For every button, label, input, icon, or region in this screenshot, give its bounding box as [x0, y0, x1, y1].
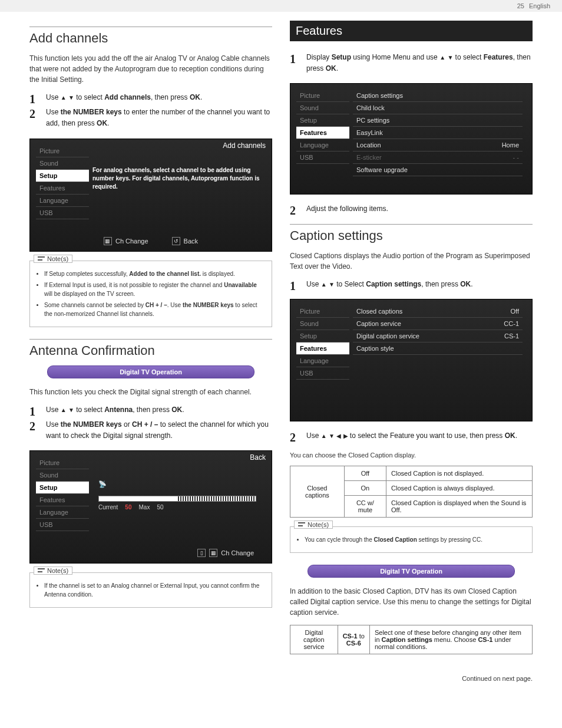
antenna-icon: 📡 — [98, 480, 111, 493]
note-item: You can cycle through the Closed Caption… — [305, 535, 525, 544]
osd-main-item: Caption settings — [353, 90, 523, 102]
osd-features: Picture Sound Setup Features Language US… — [290, 83, 533, 195]
note-icon — [38, 256, 45, 262]
arrow-up-icon — [321, 431, 327, 440]
osd-side-item: Picture — [296, 305, 349, 318]
arrow-right-icon — [343, 431, 348, 440]
digital-tv-operation-badge: Digital TV Operation — [308, 565, 515, 578]
caption-step-1: Use to Select Caption settings, then pre… — [290, 279, 533, 290]
right-column: Features Display Setup using Home Menu a… — [290, 21, 533, 663]
note-icon — [298, 522, 305, 528]
note-tab: Note(s) — [294, 521, 333, 529]
cc-desc: Closed Caption is displayed when the Sou… — [386, 496, 533, 518]
add-channels-intro: This function lets you add the off the a… — [29, 53, 272, 85]
cc-table-intro: You can choose the Closed Caption displa… — [290, 450, 533, 460]
osd-main-item: Digital caption serviceCS-1 — [353, 330, 523, 342]
osd-side-menu: Picture Sound Setup Features Language US… — [36, 457, 89, 531]
features-step-1: Display Setup using Home Menu and use to… — [290, 52, 533, 74]
add-channels-step-2: Use the NUMBER keys to enter the number … — [29, 107, 272, 129]
osd-side-item: Language — [36, 195, 89, 207]
digital-tv-operation-badge: Digital TV Operation — [47, 365, 254, 378]
osd-side-item: Sound — [296, 318, 349, 330]
osd-main-item: PC settings — [353, 114, 523, 127]
osd-side-menu: Picture Sound Setup Features Language US… — [296, 305, 349, 380]
note-item: Some channels cannot be selected by CH +… — [44, 301, 265, 318]
note-item: If External Input is used, it is not pos… — [44, 281, 265, 298]
remote-icon: ▯ — [197, 549, 206, 557]
osd-side-item: USB — [296, 367, 349, 380]
osd-main-item: Child lock — [353, 102, 523, 114]
left-column: Add channels This function lets you add … — [29, 21, 272, 663]
antenna-step-1: Use to select Antenna, then press OK. — [29, 404, 272, 416]
osd-side-item: Language — [36, 506, 89, 519]
osd-main-item: Closed captionsOff — [353, 305, 523, 318]
caption-step-2-list: Use to select the Feature you want to us… — [290, 430, 533, 442]
grid-icon: ▦ — [104, 237, 112, 245]
osd-caption: Picture Sound Setup Features Language US… — [290, 299, 533, 421]
osd-side-item: Features — [36, 182, 89, 195]
back-icon: ↺ — [172, 237, 180, 245]
continued-note: Continued on next page. — [0, 675, 562, 682]
page-lang: English — [529, 2, 550, 9]
arrow-down-icon — [447, 53, 453, 61]
note-icon — [38, 568, 45, 574]
osd-footer-ch-change: ▦Ch Change — [104, 237, 148, 245]
osd-add-channels: Add channels Picture Sound Setup Feature… — [29, 139, 272, 252]
dcs-desc: Select one of these before changing any … — [369, 625, 532, 654]
arrow-up-icon — [439, 53, 445, 61]
cc-key: CC w/ mute — [344, 496, 386, 518]
osd-side-item: Setup — [36, 482, 89, 494]
osd-side-item: USB — [36, 519, 89, 531]
osd-hint-text: For analog channels, select a channel to… — [92, 163, 262, 191]
osd-side-item: Picture — [36, 457, 89, 469]
osd-side-item: Language — [296, 355, 349, 367]
digital-caption-service-table: Digital caption service CS-1 to CS-6 Sel… — [290, 625, 533, 654]
features-step-2: Adjust the following items. — [290, 203, 533, 215]
osd-side-item: Setup — [296, 114, 349, 127]
osd-side-item: Features — [36, 494, 89, 506]
arrow-down-icon — [68, 406, 74, 414]
osd-side-menu: Picture Sound Setup Features Language US… — [36, 145, 89, 219]
osd-side-item: USB — [296, 151, 349, 164]
osd-side-item: Sound — [36, 469, 89, 482]
osd-main-item: Caption style — [353, 342, 523, 355]
osd-side-item: Sound — [296, 102, 349, 114]
osd-side-item: Sound — [36, 157, 89, 170]
add-channels-step-1: Use to select Add channels, then press O… — [29, 92, 272, 103]
grid-icon: ▦ — [209, 549, 217, 557]
page-number: 25 — [517, 2, 524, 9]
osd-side-item: Setup — [36, 170, 89, 182]
osd-side-item: Picture — [296, 90, 349, 102]
closed-captions-table: Closed captions Off Closed Caption is no… — [290, 466, 533, 518]
osd-side-item: Setup — [296, 330, 349, 342]
antenna-notes: Note(s) If the channel is set to an Anal… — [29, 572, 272, 608]
cc-key: On — [344, 481, 386, 496]
dtv-caption-intro: In addition to the basic Closed Caption,… — [290, 586, 533, 618]
add-channels-notes: Note(s) If Setup completes successfully,… — [29, 261, 272, 327]
arrow-up-icon — [321, 280, 327, 288]
arrow-down-icon — [68, 93, 74, 101]
osd-side-item: Features — [296, 127, 349, 139]
features-step-2-list: Adjust the following items. — [290, 203, 533, 215]
caption-steps: Use to Select Caption settings, then pre… — [290, 279, 533, 290]
features-steps: Display Setup using Home Menu and use to… — [290, 52, 533, 74]
features-title: Features — [290, 21, 533, 41]
cc-desc: Closed Caption is always displayed. — [386, 481, 533, 496]
osd-main-item: EasyLink — [353, 127, 523, 139]
page-header: 25 English — [0, 0, 562, 12]
dcs-rowhead: Digital caption service — [290, 625, 338, 654]
note-tab: Note(s) — [34, 255, 72, 263]
osd-side-item: Language — [296, 139, 349, 151]
antenna-steps: Use to select Antenna, then press OK. Us… — [29, 404, 272, 442]
osd-footer-back: ↺Back — [172, 237, 198, 245]
osd-footer-ch-change: ▯▦Ch Change — [197, 549, 254, 557]
osd-side-item: USB — [36, 207, 89, 219]
note-tab: Note(s) — [34, 566, 72, 575]
add-channels-title: Add channels — [29, 27, 272, 46]
arrow-left-icon — [336, 431, 341, 440]
note-item: If the channel is set to an Analog chann… — [44, 581, 265, 599]
add-channels-steps: Use to select Add channels, then press O… — [29, 92, 272, 130]
dcs-range: CS-1 to CS-6 — [338, 625, 369, 654]
cc-rowhead: Closed captions — [290, 466, 345, 518]
osd-antenna: Back Picture Sound Setup Features Langua… — [29, 450, 272, 564]
